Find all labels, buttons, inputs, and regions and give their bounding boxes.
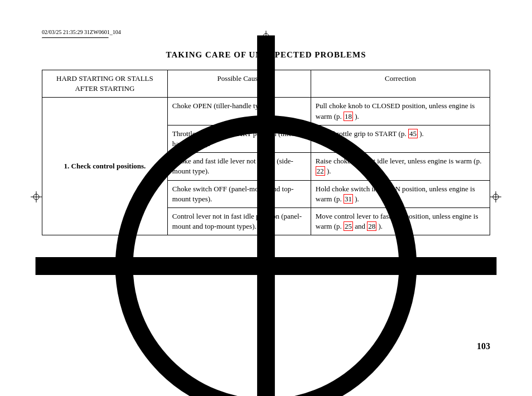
cause-cell-4: Choke switch OFF (panel-mount and top-mo… [167,180,311,207]
page-title: TAKING CARE OF UNEXPECTED PROBLEMS [42,50,490,60]
correction-cell-2: Turn throttle grip to START (p. 45 ). [311,125,490,152]
ref-link-25[interactable]: 25 [344,221,353,231]
correction-cell-3: Raise choke and fast idle lever, unless … [311,153,490,180]
main-content: TAKING CARE OF UNEXPECTED PROBLEMS HARD … [42,50,490,235]
center-mark-left [31,191,42,205]
correction-cell-4: Hold choke switch in the ON position, un… [311,180,490,207]
problem-cell: 1. Check control positions. [42,98,168,235]
center-mark-bottom [260,363,272,376]
header-cause: Possible Cause [167,70,311,98]
header-correction: Correction [311,70,490,98]
ref-link-22[interactable]: 22 [316,166,325,176]
ref-link-45[interactable]: 45 [408,129,418,138]
ref-link-28[interactable]: 28 [367,221,376,231]
meta-timestamp: 02/03/25 21:35:29 31ZW0601_104 [42,29,121,35]
rule-top [42,37,109,38]
cause-cell-5: Control lever not in fast idle position … [167,207,311,235]
ref-link-31[interactable]: 31 [344,194,353,204]
cause-cell-1: Choke OPEN (tiller-handle type). [167,98,311,125]
table-row: 1. Check control positions. Choke OPEN (… [42,98,490,125]
cause-cell-2: Throttle grip not in START position (til… [167,125,311,152]
page-number: 103 [477,341,490,351]
cause-cell-3: Choke and fast idle lever not raised (si… [167,153,311,180]
correction-cell-1: Pull choke knob to CLOSED position, unle… [311,98,490,125]
header-problem: HARD STARTING OR STALLS AFTER STARTING [42,70,168,98]
center-mark-top [260,31,272,44]
problems-table: HARD STARTING OR STALLS AFTER STARTING P… [42,70,490,235]
correction-cell-5: Move control lever to fast idle position… [311,207,490,235]
center-mark-right [490,191,501,205]
ref-link-18[interactable]: 18 [344,112,353,121]
